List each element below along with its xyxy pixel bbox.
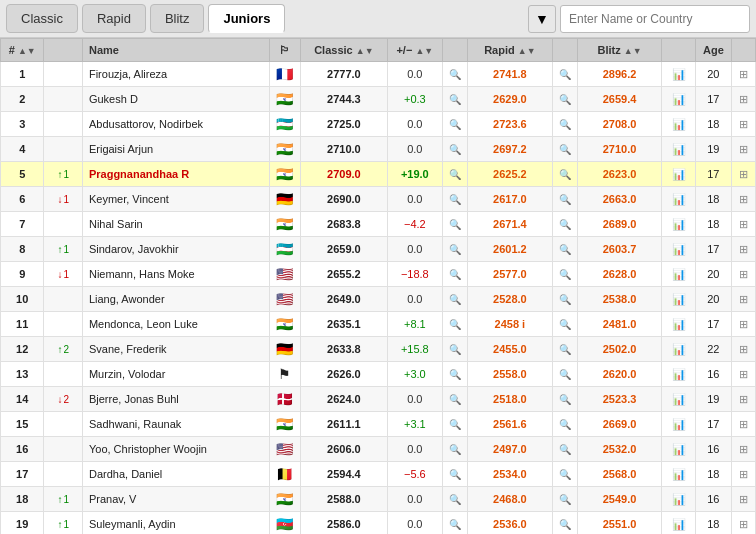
search-rapid-icon[interactable]: 🔍 (449, 319, 461, 330)
chart-icon[interactable]: 📊 (672, 418, 686, 430)
search-blitz-icon[interactable]: 🔍 (559, 294, 571, 305)
info-grid-icon[interactable]: ⊞ (739, 93, 748, 105)
cell-search-rapid-icon[interactable]: 🔍 (442, 162, 467, 187)
search-blitz-icon[interactable]: 🔍 (559, 319, 571, 330)
cell-search-rapid-icon[interactable]: 🔍 (442, 287, 467, 312)
cell-info-icon[interactable]: ⊞ (731, 512, 755, 535)
cell-search-blitz-icon[interactable]: 🔍 (552, 212, 577, 237)
search-blitz-icon[interactable]: 🔍 (559, 269, 571, 280)
cell-search-blitz-icon[interactable]: 🔍 (552, 287, 577, 312)
cell-search-blitz-icon[interactable]: 🔍 (552, 112, 577, 137)
cell-search-blitz-icon[interactable]: 🔍 (552, 387, 577, 412)
search-blitz-icon[interactable]: 🔍 (559, 519, 571, 530)
search-blitz-icon[interactable]: 🔍 (559, 469, 571, 480)
search-blitz-icon[interactable]: 🔍 (559, 219, 571, 230)
tab-classic[interactable]: Classic (6, 4, 78, 33)
cell-chart-icon[interactable]: 📊 (662, 462, 696, 487)
sort-rank[interactable]: ▲▼ (18, 46, 36, 56)
cell-search-rapid-icon[interactable]: 🔍 (442, 262, 467, 287)
search-rapid-icon[interactable]: 🔍 (449, 119, 461, 130)
cell-info-icon[interactable]: ⊞ (731, 262, 755, 287)
cell-chart-icon[interactable]: 📊 (662, 337, 696, 362)
info-grid-icon[interactable]: ⊞ (739, 418, 748, 430)
cell-search-rapid-icon[interactable]: 🔍 (442, 487, 467, 512)
cell-search-blitz-icon[interactable]: 🔍 (552, 62, 577, 87)
cell-info-icon[interactable]: ⊞ (731, 437, 755, 462)
search-rapid-icon[interactable]: 🔍 (449, 269, 461, 280)
cell-search-blitz-icon[interactable]: 🔍 (552, 237, 577, 262)
search-blitz-icon[interactable]: 🔍 (559, 94, 571, 105)
info-grid-icon[interactable]: ⊞ (739, 318, 748, 330)
filter-icon[interactable]: ▼ (528, 5, 556, 33)
search-rapid-icon[interactable]: 🔍 (449, 494, 461, 505)
chart-icon[interactable]: 📊 (672, 118, 686, 130)
chart-icon[interactable]: 📊 (672, 193, 686, 205)
cell-chart-icon[interactable]: 📊 (662, 62, 696, 87)
info-grid-icon[interactable]: ⊞ (739, 118, 748, 130)
search-blitz-icon[interactable]: 🔍 (559, 244, 571, 255)
cell-chart-icon[interactable]: 📊 (662, 212, 696, 237)
cell-chart-icon[interactable]: 📊 (662, 262, 696, 287)
info-grid-icon[interactable]: ⊞ (739, 68, 748, 80)
info-grid-icon[interactable]: ⊞ (739, 518, 748, 530)
chart-icon[interactable]: 📊 (672, 268, 686, 280)
chart-icon[interactable]: 📊 (672, 343, 686, 355)
chart-icon[interactable]: 📊 (672, 218, 686, 230)
cell-chart-icon[interactable]: 📊 (662, 487, 696, 512)
chart-icon[interactable]: 📊 (672, 493, 686, 505)
cell-search-rapid-icon[interactable]: 🔍 (442, 362, 467, 387)
cell-info-icon[interactable]: ⊞ (731, 362, 755, 387)
info-grid-icon[interactable]: ⊞ (739, 168, 748, 180)
cell-search-rapid-icon[interactable]: 🔍 (442, 412, 467, 437)
cell-search-blitz-icon[interactable]: 🔍 (552, 162, 577, 187)
cell-search-rapid-icon[interactable]: 🔍 (442, 387, 467, 412)
search-blitz-icon[interactable]: 🔍 (559, 419, 571, 430)
cell-info-icon[interactable]: ⊞ (731, 162, 755, 187)
chart-icon[interactable]: 📊 (672, 68, 686, 80)
cell-chart-icon[interactable]: 📊 (662, 112, 696, 137)
cell-info-icon[interactable]: ⊞ (731, 87, 755, 112)
search-rapid-icon[interactable]: 🔍 (449, 194, 461, 205)
cell-info-icon[interactable]: ⊞ (731, 412, 755, 437)
cell-search-blitz-icon[interactable]: 🔍 (552, 87, 577, 112)
cell-search-blitz-icon[interactable]: 🔍 (552, 412, 577, 437)
chart-icon[interactable]: 📊 (672, 93, 686, 105)
cell-search-rapid-icon[interactable]: 🔍 (442, 312, 467, 337)
cell-chart-icon[interactable]: 📊 (662, 187, 696, 212)
chart-icon[interactable]: 📊 (672, 443, 686, 455)
chart-icon[interactable]: 📊 (672, 143, 686, 155)
cell-chart-icon[interactable]: 📊 (662, 162, 696, 187)
cell-search-blitz-icon[interactable]: 🔍 (552, 137, 577, 162)
search-blitz-icon[interactable]: 🔍 (559, 194, 571, 205)
cell-search-blitz-icon[interactable]: 🔍 (552, 512, 577, 535)
cell-info-icon[interactable]: ⊞ (731, 312, 755, 337)
info-grid-icon[interactable]: ⊞ (739, 343, 748, 355)
info-grid-icon[interactable]: ⊞ (739, 268, 748, 280)
chart-icon[interactable]: 📊 (672, 393, 686, 405)
cell-info-icon[interactable]: ⊞ (731, 387, 755, 412)
chart-icon[interactable]: 📊 (672, 293, 686, 305)
chart-icon[interactable]: 📊 (672, 518, 686, 530)
cell-search-rapid-icon[interactable]: 🔍 (442, 62, 467, 87)
search-blitz-icon[interactable]: 🔍 (559, 369, 571, 380)
cell-chart-icon[interactable]: 📊 (662, 312, 696, 337)
search-blitz-icon[interactable]: 🔍 (559, 444, 571, 455)
cell-chart-icon[interactable]: 📊 (662, 362, 696, 387)
search-rapid-icon[interactable]: 🔍 (449, 69, 461, 80)
chart-icon[interactable]: 📊 (672, 318, 686, 330)
search-blitz-icon[interactable]: 🔍 (559, 169, 571, 180)
cell-chart-icon[interactable]: 📊 (662, 287, 696, 312)
info-grid-icon[interactable]: ⊞ (739, 293, 748, 305)
tab-blitz[interactable]: Blitz (150, 4, 205, 33)
search-rapid-icon[interactable]: 🔍 (449, 369, 461, 380)
search-blitz-icon[interactable]: 🔍 (559, 344, 571, 355)
cell-chart-icon[interactable]: 📊 (662, 437, 696, 462)
cell-search-rapid-icon[interactable]: 🔍 (442, 137, 467, 162)
search-rapid-icon[interactable]: 🔍 (449, 244, 461, 255)
cell-search-blitz-icon[interactable]: 🔍 (552, 312, 577, 337)
info-grid-icon[interactable]: ⊞ (739, 368, 748, 380)
chart-icon[interactable]: 📊 (672, 368, 686, 380)
cell-info-icon[interactable]: ⊞ (731, 62, 755, 87)
chart-icon[interactable]: 📊 (672, 168, 686, 180)
search-blitz-icon[interactable]: 🔍 (559, 394, 571, 405)
